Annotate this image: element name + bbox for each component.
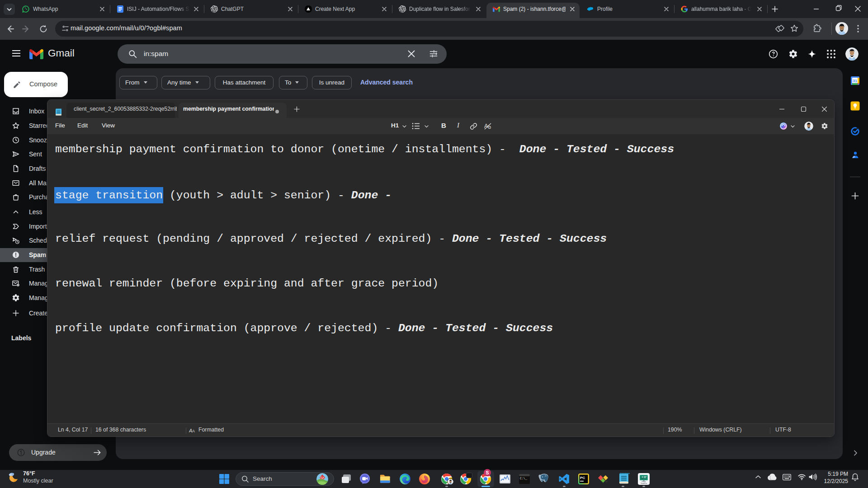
svg-text:TaskPro: TaskPro <box>641 482 647 484</box>
svg-text:A: A <box>192 429 195 433</box>
svg-text:PC: PC <box>580 476 585 480</box>
svg-text:b: b <box>488 124 491 130</box>
svg-text:A: A <box>484 122 488 129</box>
svg-text:31: 31 <box>853 79 857 83</box>
svg-text:C:\_: C:\_ <box>520 477 527 480</box>
